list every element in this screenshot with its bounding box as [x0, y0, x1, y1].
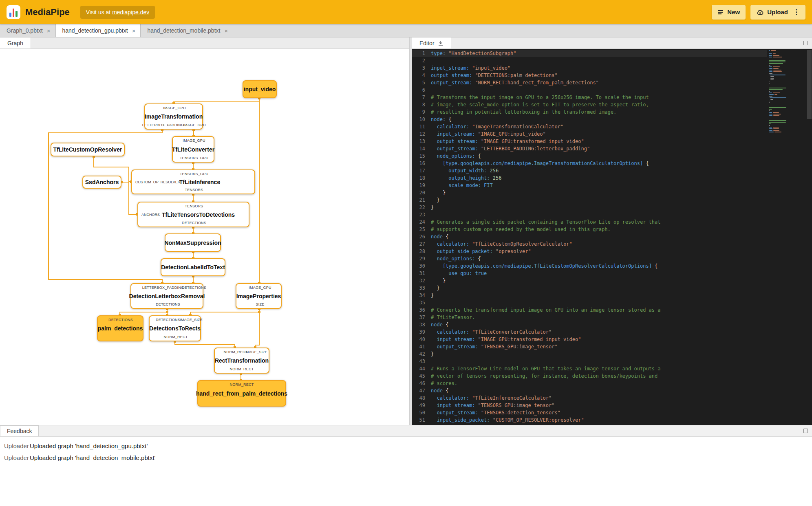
- code-line: 20 }: [412, 189, 767, 196]
- feedback-tabbar: Feedback: [0, 425, 812, 437]
- code-line: 8# image, the scale_mode option is set t…: [412, 101, 767, 108]
- tab-editor[interactable]: Editor: [412, 37, 451, 48]
- node-title: SsdAnchors: [85, 179, 119, 185]
- code-line: 50 output_stream: "TENSORS:detection_ten…: [412, 409, 767, 416]
- code-line: 30 [type.googleapis.com/mediapipe.TfLite…: [412, 262, 767, 270]
- code-line: 43: [412, 358, 767, 365]
- feedback-source: Uploader: [4, 454, 30, 461]
- upload-button-label: Upload: [767, 9, 788, 15]
- node-title: hand_rect_from_palm_detections: [196, 390, 287, 397]
- graph-node-DetectionLabelIdToText[interactable]: DetectionLabelIdToText: [161, 258, 225, 276]
- port-label: IMAGE_GPU: [163, 106, 185, 110]
- file-tab-label: hand_detection_gpu.pbtxt: [62, 27, 128, 34]
- code-line: 19 scale_mode: FIT: [412, 182, 767, 189]
- code-line: 42}: [412, 350, 767, 358]
- graph-tab-label: Graph: [7, 40, 23, 46]
- feedback-message: Uploaded graph 'hand_detection_mobile.pb…: [30, 454, 155, 461]
- port-label: TENSORS: [185, 204, 203, 208]
- feedback-panel: Feedback UploaderUploaded graph 'hand_de…: [0, 425, 812, 506]
- code-line: 49 input_stream: "TENSORS_GPU:image_tens…: [412, 402, 767, 409]
- tab-feedback[interactable]: Feedback: [0, 425, 39, 436]
- tab-close-icon[interactable]: ×: [47, 27, 51, 34]
- tab-graph[interactable]: Graph: [0, 37, 31, 48]
- graph-node-DetectionLetterboxRemoval[interactable]: LETTERBOX_PADDINGDETECTIONSDETECTIONSDet…: [130, 283, 203, 309]
- code-editor[interactable]: 1type: "HandDetectionSubgraph"23input_st…: [412, 49, 812, 425]
- tab-close-icon[interactable]: ×: [132, 27, 136, 34]
- graph-panel-tabbar: Graph: [0, 37, 409, 49]
- new-button[interactable]: New: [712, 5, 746, 20]
- graph-node-TfLiteTensorsToDetections[interactable]: TENSORSDETECTIONSANCHORSTfLiteTensorsToD…: [137, 202, 249, 227]
- code-line: 26node {: [412, 233, 767, 240]
- cloud-upload-icon: [756, 9, 764, 15]
- editor-minimap[interactable]: [769, 50, 805, 425]
- port-label: LETTERBOX_PADDING: [142, 123, 184, 127]
- graph-node-TfLiteConverter[interactable]: IMAGE_GPUTENSORS_GPUTfLiteConverter: [172, 136, 214, 163]
- code-line: 51 input_side_packet: "CUSTOM_OP_RESOLVE…: [412, 416, 767, 424]
- file-tab[interactable]: Graph_0.pbtxt×: [0, 24, 56, 37]
- upload-button[interactable]: Upload ⋮: [750, 5, 805, 20]
- node-title: ImageTransformation: [145, 113, 203, 120]
- port-label: IMAGE_GPU: [249, 286, 271, 290]
- editor-scrollbar-thumb[interactable]: [807, 50, 812, 119]
- node-title: DetectionLetterboxRemoval: [129, 293, 205, 299]
- visit-prefix: Visit us at: [86, 9, 112, 15]
- graph-node-TfLiteInference[interactable]: TENSORS_GPUTENSORSCUSTOM_OP_RESOLVERTfLi…: [131, 169, 255, 194]
- code-line: 4output_stream: "DETECTIONS:palm_detecti…: [412, 72, 767, 79]
- graph-node-TfLiteCustomOpResolver[interactable]: TfLiteCustomOpResolver: [51, 143, 125, 156]
- code-line: 46# scores.: [412, 380, 767, 387]
- graph-node-ImageTransformation[interactable]: IMAGE_GPULETTERBOX_PADDINGIMAGE_GPUImage…: [144, 103, 203, 130]
- graph-node-hand_rect_from_palm_detections[interactable]: NORM_RECThand_rect_from_palm_detections: [197, 380, 286, 407]
- file-tab[interactable]: hand_detection_gpu.pbtxt×: [56, 24, 141, 37]
- file-tab-bar: Graph_0.pbtxt×hand_detection_gpu.pbtxt×h…: [0, 24, 812, 37]
- code-line: 31 use_gpu: true: [412, 270, 767, 277]
- code-line: 16 [type.googleapis.com/mediapipe.ImageT…: [412, 160, 767, 167]
- port-label: IMAGE_SIZE: [245, 350, 267, 354]
- port-label: LETTERBOX_PADDING: [142, 286, 184, 290]
- code-line: 3input_stream: "input_video": [412, 64, 767, 72]
- code-line: 17 output_width: 256: [412, 167, 767, 174]
- graph-node-palm_detections[interactable]: DETECTIONSpalm_detections: [97, 315, 143, 341]
- code-line: 41 output_stream: "TENSORS_GPU:image_ten…: [412, 343, 767, 350]
- graph-canvas[interactable]: input_videoIMAGE_GPULETTERBOX_PADDINGIMA…: [0, 49, 409, 425]
- port-label: DETECTIONS: [108, 318, 133, 322]
- graph-node-input_video[interactable]: input_video: [243, 80, 277, 98]
- code-line: 7# Transforms the input image on GPU to …: [412, 94, 767, 101]
- panel-divider[interactable]: [409, 37, 412, 425]
- node-title: palm_detections: [98, 325, 143, 332]
- float-window-icon[interactable]: [803, 429, 808, 433]
- mediapipe-dev-link[interactable]: mediapipe.dev: [112, 9, 149, 15]
- code-line: 15 node_options: {: [412, 152, 767, 160]
- port-label: DETECTIONS: [156, 302, 180, 306]
- code-line: 25# supports custom ops needed by the mo…: [412, 226, 767, 233]
- feedback-message: Uploaded graph 'hand_detection_gpu.pbtxt…: [30, 442, 148, 449]
- port-label: CUSTOM_OP_RESOLVER: [135, 180, 180, 184]
- code-line: 36# Converts the transformed input image…: [412, 306, 767, 314]
- code-lines: 1type: "HandDetectionSubgraph"23input_st…: [412, 50, 767, 424]
- code-line: 34}: [412, 292, 767, 299]
- more-vert-icon[interactable]: ⋮: [793, 8, 800, 16]
- code-line: 37# TfLiteTensor.: [412, 314, 767, 321]
- top-bar: MediaPipe Visit us at mediapipe.dev New …: [0, 0, 812, 24]
- port-label: SIZE: [256, 302, 265, 306]
- editor-scrollbar[interactable]: [807, 49, 812, 425]
- port-label: NORM_RECT: [224, 350, 248, 354]
- graph-node-DetectionsToRects[interactable]: DETECTIONSIMAGE_SIZENORM_RECTDetectionsT…: [149, 315, 201, 341]
- code-line: 1type: "HandDetectionSubgraph": [412, 50, 767, 57]
- code-line: 35: [412, 299, 767, 306]
- graph-node-NonMaxSuppression[interactable]: NonMaxSuppression: [165, 233, 221, 252]
- graph-node-ImageProperties[interactable]: IMAGE_GPUSIZEImageProperties: [236, 283, 282, 309]
- feedback-tab-label: Feedback: [7, 428, 32, 434]
- graph-node-SsdAnchors[interactable]: SsdAnchors: [82, 176, 121, 189]
- download-icon[interactable]: [438, 40, 444, 46]
- tab-close-icon[interactable]: ×: [224, 27, 228, 34]
- float-window-icon[interactable]: [401, 41, 405, 45]
- file-tab[interactable]: hand_detection_mobile.pbtxt×: [141, 24, 233, 37]
- float-window-icon[interactable]: [803, 41, 808, 45]
- code-line: 27 calculator: "TfLiteCustomOpResolverCa…: [412, 240, 767, 248]
- code-line: 14 output_stream: "LETTERBOX_PADDING:let…: [412, 145, 767, 152]
- graph-node-RectTransformation[interactable]: NORM_RECTIMAGE_SIZENORM_RECTRectTransfor…: [214, 348, 269, 374]
- port-label: DETECTIONS: [156, 318, 180, 322]
- code-line: 22}: [412, 204, 767, 211]
- code-line: 5output_stream: "NORM_RECT:hand_rect_fro…: [412, 79, 767, 86]
- port-label: DETECTIONS: [182, 221, 206, 225]
